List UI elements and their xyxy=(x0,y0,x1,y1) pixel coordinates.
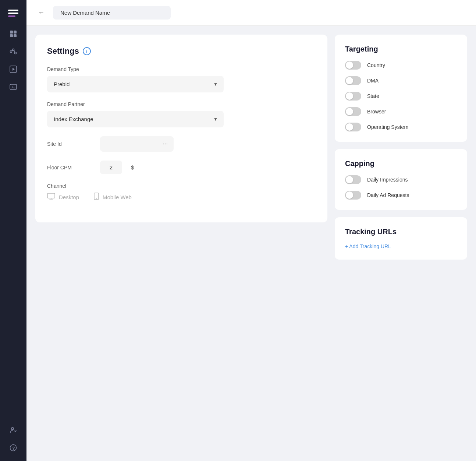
demand-partner-label: Demand Partner xyxy=(47,101,316,107)
right-panels: Targeting Country DMA State Browser xyxy=(335,35,467,452)
targeting-dma-label: DMA xyxy=(367,78,379,84)
settings-title-row: Settings i xyxy=(47,46,316,56)
channel-options: Desktop Mobile Web xyxy=(47,193,316,202)
svg-text:Ad: Ad xyxy=(11,86,15,89)
svg-point-4 xyxy=(10,51,12,53)
capping-panel: Capping Daily Impressions Daily Ad Reque… xyxy=(335,149,467,210)
channel-field: Channel Desktop xyxy=(47,183,316,202)
channel-mobile-label: Mobile Web xyxy=(103,194,132,200)
back-button[interactable]: ← xyxy=(35,7,47,19)
targeting-browser-row: Browser xyxy=(345,107,457,116)
demand-partner-select-wrapper: Index Exchange Rubicon AppNexus ▼ xyxy=(47,111,224,127)
settings-panel: Settings i Demand Type Prebid Direct Pro… xyxy=(35,35,327,222)
header: ← xyxy=(26,0,476,26)
settings-heading: Settings xyxy=(47,46,79,56)
capping-daily-ad-requests-row: Daily Ad Requests xyxy=(345,191,457,200)
site-id-input[interactable] xyxy=(90,141,160,147)
sidebar-item-users[interactable] xyxy=(6,423,21,437)
capping-daily-ad-requests-toggle[interactable] xyxy=(345,191,361,200)
demand-partner-field: Demand Partner Index Exchange Rubicon Ap… xyxy=(47,101,316,127)
svg-marker-10 xyxy=(13,68,15,71)
svg-line-7 xyxy=(12,50,13,51)
channel-desktop-label: Desktop xyxy=(59,194,79,200)
targeting-os-toggle[interactable] xyxy=(345,123,361,131)
targeting-dma-toggle[interactable] xyxy=(345,76,361,85)
targeting-os-row: Operating System xyxy=(345,123,457,131)
desktop-icon xyxy=(47,193,55,201)
capping-title: Capping xyxy=(345,159,457,168)
logo xyxy=(6,6,21,21)
floor-cpm-currency: $ xyxy=(131,164,134,170)
targeting-title: Targeting xyxy=(345,45,457,53)
targeting-state-row: State xyxy=(345,92,457,101)
sidebar-item-graph[interactable] xyxy=(6,44,21,59)
channel-desktop[interactable]: Desktop xyxy=(47,193,79,201)
sidebar-item-help[interactable]: ? xyxy=(6,440,21,455)
site-id-dots-icon[interactable]: ··· xyxy=(163,141,168,147)
targeting-state-label: State xyxy=(367,93,379,99)
capping-daily-impressions-row: Daily Impressions xyxy=(345,175,457,184)
site-id-field: Site Id ··· xyxy=(47,136,316,152)
targeting-state-toggle[interactable] xyxy=(345,92,361,101)
svg-rect-3 xyxy=(14,34,17,37)
svg-rect-16 xyxy=(47,193,55,198)
floor-cpm-input[interactable] xyxy=(100,161,122,174)
targeting-os-label: Operating System xyxy=(367,124,408,130)
sidebar-item-dashboard[interactable] xyxy=(6,27,21,41)
sidebar-item-play[interactable] xyxy=(6,62,21,77)
tracking-urls-title: Tracking URLs xyxy=(345,228,457,236)
demand-type-field: Demand Type Prebid Direct Programmatic ▼ xyxy=(47,66,316,92)
mobile-icon xyxy=(94,193,99,202)
channel-label: Channel xyxy=(47,183,316,189)
svg-line-8 xyxy=(14,50,15,52)
content-area: Settings i Demand Type Prebid Direct Pro… xyxy=(26,26,476,461)
site-id-label: Site Id xyxy=(47,141,91,147)
svg-text:?: ? xyxy=(13,446,15,450)
tracking-urls-panel: Tracking URLs + Add Tracking URL xyxy=(335,217,467,260)
svg-rect-2 xyxy=(10,34,13,37)
info-icon[interactable]: i xyxy=(83,47,91,55)
svg-point-6 xyxy=(15,52,17,54)
channel-mobile[interactable]: Mobile Web xyxy=(94,193,132,202)
targeting-browser-label: Browser xyxy=(367,109,386,115)
svg-point-20 xyxy=(96,198,97,199)
targeting-country-label: Country xyxy=(367,62,385,68)
capping-daily-ad-requests-label: Daily Ad Requests xyxy=(367,192,409,198)
demand-type-label: Demand Type xyxy=(47,66,316,72)
floor-cpm-field: Floor CPM $ xyxy=(47,161,316,174)
demand-name-input[interactable] xyxy=(53,6,171,20)
site-id-input-wrapper: ··· xyxy=(100,136,174,152)
targeting-dma-row: DMA xyxy=(345,76,457,85)
targeting-panel: Targeting Country DMA State Browser xyxy=(335,35,467,142)
main-content: ← Settings i Demand Type Prebid Direct P… xyxy=(26,0,476,461)
demand-type-select[interactable]: Prebid Direct Programmatic xyxy=(47,76,224,92)
targeting-country-row: Country xyxy=(345,61,457,70)
sidebar: Ad ? xyxy=(0,0,26,461)
sidebar-item-ads[interactable]: Ad xyxy=(6,80,21,94)
floor-cpm-label: Floor CPM xyxy=(47,165,91,170)
targeting-country-toggle[interactable] xyxy=(345,61,361,70)
svg-rect-1 xyxy=(14,31,17,34)
add-tracking-url-button[interactable]: + Add Tracking URL xyxy=(345,243,457,249)
targeting-browser-toggle[interactable] xyxy=(345,107,361,116)
svg-point-5 xyxy=(13,49,14,51)
capping-daily-impressions-toggle[interactable] xyxy=(345,175,361,184)
demand-type-select-wrapper: Prebid Direct Programmatic ▼ xyxy=(47,76,224,92)
svg-point-13 xyxy=(11,427,14,430)
svg-rect-0 xyxy=(10,31,13,34)
capping-daily-impressions-label: Daily Impressions xyxy=(367,177,408,183)
demand-partner-select[interactable]: Index Exchange Rubicon AppNexus xyxy=(47,111,224,127)
